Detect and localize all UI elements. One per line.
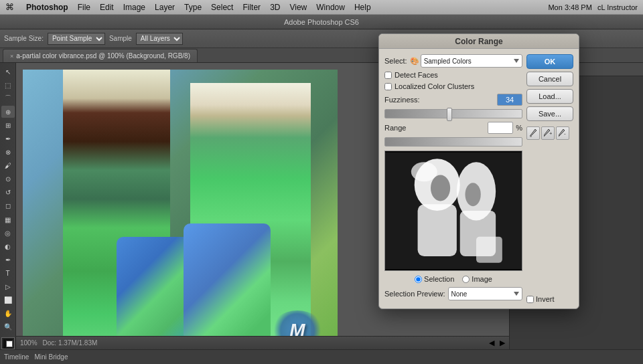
select-icon: 🎨 bbox=[410, 57, 419, 66]
fuzziness-thumb[interactable] bbox=[447, 108, 452, 121]
doc-tab[interactable]: × a-partial color vibrance.psd @ 100% (B… bbox=[3, 49, 198, 62]
invert-row: Invert bbox=[526, 295, 573, 303]
selection-preview-row: Selection Preview: None bbox=[384, 287, 522, 300]
invert-label: Invert bbox=[536, 295, 555, 303]
fg-bg-color[interactable] bbox=[1, 337, 15, 349]
menu-view[interactable]: View bbox=[289, 3, 307, 12]
photo-canvas[interactable]: M bbox=[23, 70, 338, 349]
menu-edit[interactable]: Edit bbox=[100, 3, 114, 12]
menu-window[interactable]: Window bbox=[316, 3, 345, 12]
svg-point-9 bbox=[530, 135, 532, 137]
blur-tool[interactable]: ◎ bbox=[1, 227, 15, 239]
menu-select[interactable]: Select bbox=[211, 3, 233, 12]
select-dropdown[interactable]: Sampled Colors bbox=[421, 54, 522, 68]
select-label: Select: bbox=[384, 57, 407, 65]
eyedropper-icon-btn[interactable] bbox=[526, 126, 540, 140]
range-pct: % bbox=[516, 124, 522, 132]
menubar-user: cL Instructor bbox=[597, 3, 638, 11]
cancel-button[interactable]: Cancel bbox=[526, 72, 573, 86]
shape-tool[interactable]: ⬜ bbox=[1, 294, 15, 306]
fuzziness-slider[interactable] bbox=[384, 109, 522, 118]
svg-point-5 bbox=[411, 162, 437, 181]
svg-point-7 bbox=[431, 175, 450, 201]
detect-faces-checkbox[interactable] bbox=[384, 72, 392, 79]
ps-title: Adobe Photoshop CS6 bbox=[284, 18, 359, 26]
svg-rect-6 bbox=[476, 237, 502, 263]
eyedropper-minus-icon-btn[interactable]: - bbox=[556, 126, 569, 140]
selection-preview-select[interactable]: None bbox=[448, 287, 523, 300]
doc-tab-close[interactable]: × bbox=[10, 53, 13, 60]
selection-image-row: Selection Image bbox=[384, 275, 522, 283]
select-row: Select: 🎨 Sampled Colors bbox=[384, 54, 522, 68]
localized-color-row: Localized Color Clusters bbox=[384, 82, 522, 90]
preview-svg bbox=[385, 151, 522, 270]
image-radio-label[interactable]: Image bbox=[462, 275, 492, 283]
image-radio[interactable] bbox=[462, 276, 470, 283]
image-label-text: Image bbox=[472, 275, 492, 283]
next-arrow[interactable]: ▶ bbox=[500, 339, 505, 347]
selection-radio-label[interactable]: Selection bbox=[415, 275, 454, 283]
doc-tab-name: a-partial color vibrance.psd @ 100% (Bac… bbox=[16, 52, 190, 60]
ok-button[interactable]: OK bbox=[526, 54, 573, 69]
fuzziness-input[interactable] bbox=[497, 94, 522, 106]
eraser-tool[interactable]: ◻ bbox=[1, 200, 15, 212]
brush-tool[interactable]: 🖌 bbox=[1, 160, 15, 172]
dodge-tool[interactable]: ◐ bbox=[1, 240, 15, 252]
selection-label-text: Selection bbox=[424, 275, 454, 283]
detect-faces-row: Detect Faces bbox=[384, 71, 522, 79]
crop-tool[interactable]: ⊞ bbox=[1, 119, 15, 131]
dialog-body: Select: 🎨 Sampled Colors Detect Faces bbox=[379, 49, 579, 308]
ps-titlebar: Adobe Photoshop CS6 bbox=[0, 15, 643, 29]
menu-filter[interactable]: Filter bbox=[242, 3, 261, 12]
load-button[interactable]: Load... bbox=[526, 89, 573, 104]
eyedropper-tool[interactable]: ✒ bbox=[1, 132, 15, 145]
mini-bridge-tab[interactable]: Mini Bridge bbox=[34, 353, 68, 361]
clone-tool[interactable]: ⊙ bbox=[1, 173, 15, 185]
gradient-tool[interactable]: ▦ bbox=[1, 213, 15, 225]
localized-color-label: Localized Color Clusters bbox=[395, 82, 474, 90]
invert-checkbox[interactable] bbox=[526, 296, 534, 303]
text-tool[interactable]: T bbox=[1, 267, 15, 279]
timeline-tab[interactable]: Timeline bbox=[4, 353, 29, 361]
lasso-tool[interactable]: ⌒ bbox=[1, 92, 15, 104]
figure-right bbox=[190, 83, 311, 349]
heal-tool[interactable]: ⊗ bbox=[1, 147, 15, 159]
all-layers-select[interactable]: All Layers bbox=[136, 33, 183, 45]
svg-point-8 bbox=[465, 183, 480, 206]
fuzziness-label: Fuzziness: bbox=[384, 96, 420, 104]
quick-select-tool[interactable]: ⊕ bbox=[1, 106, 15, 118]
zoom-tool[interactable]: 🔍 bbox=[1, 321, 15, 333]
selection-radio[interactable] bbox=[415, 276, 422, 283]
tail-right bbox=[184, 223, 271, 349]
history-tool[interactable]: ↺ bbox=[1, 187, 15, 199]
menu-3d[interactable]: 3D bbox=[270, 3, 280, 12]
move-tool[interactable]: ↖ bbox=[1, 66, 15, 78]
sample-size-select[interactable]: Point Sample bbox=[48, 33, 105, 45]
menu-image[interactable]: Image bbox=[123, 3, 145, 12]
bottom-panel: Timeline Mini Bridge bbox=[0, 349, 643, 364]
path-tool[interactable]: ▷ bbox=[1, 281, 15, 293]
menu-type[interactable]: Type bbox=[184, 3, 202, 12]
selection-preview-label: Selection Preview: bbox=[384, 290, 445, 298]
pen-tool[interactable]: ✒ bbox=[1, 254, 15, 266]
menu-photoshop[interactable]: Photoshop bbox=[26, 3, 68, 12]
menu-file[interactable]: File bbox=[78, 3, 90, 12]
marquee-tool[interactable]: ⬚ bbox=[1, 79, 15, 91]
zoom-level: 100% bbox=[20, 339, 38, 347]
menu-layer[interactable]: Layer bbox=[155, 3, 175, 12]
hand-tool[interactable]: ✋ bbox=[1, 308, 15, 320]
dialog-title: Color Range bbox=[455, 37, 502, 46]
detect-faces-label: Detect Faces bbox=[395, 71, 438, 79]
apple-menu[interactable]: ⌘ bbox=[5, 2, 14, 12]
preview-container bbox=[384, 151, 522, 271]
range-slider[interactable] bbox=[384, 137, 522, 147]
range-input[interactable] bbox=[488, 122, 513, 134]
menu-help[interactable]: Help bbox=[354, 3, 371, 12]
localized-color-checkbox[interactable] bbox=[384, 83, 392, 90]
prev-arrow[interactable]: ◀ bbox=[489, 339, 494, 347]
eyedropper-plus-icon-btn[interactable]: + bbox=[541, 126, 555, 140]
menubar-datetime: Mon 3:48 PM bbox=[548, 3, 591, 11]
save-button[interactable]: Save... bbox=[526, 106, 573, 121]
dialog-left: Select: 🎨 Sampled Colors Detect Faces bbox=[384, 54, 522, 303]
color-range-dialog[interactable]: Color Range Select: 🎨 Sampled Colors bbox=[378, 33, 579, 309]
